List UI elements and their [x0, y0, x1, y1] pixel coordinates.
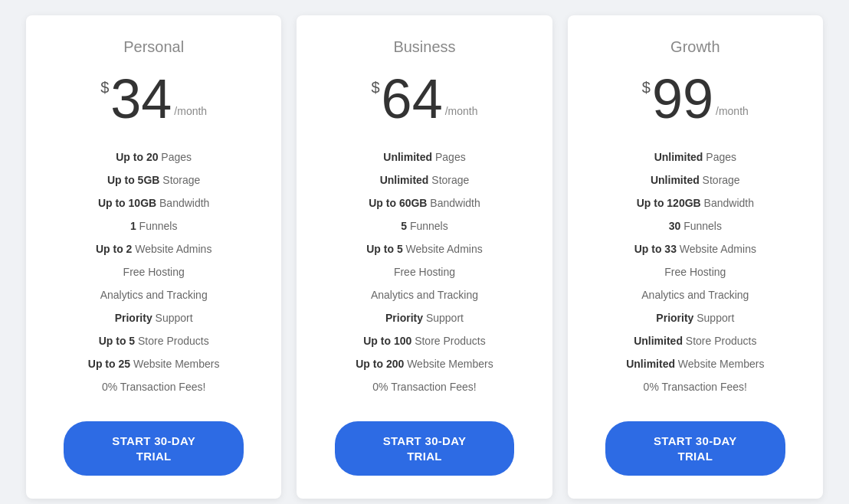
list-item: Up to 5GB Storage — [41, 169, 266, 191]
list-item: Analytics and Tracking — [312, 283, 536, 306]
plan-name-personal: Personal — [123, 38, 184, 56]
list-item: Up to 33 Website Admins — [583, 237, 808, 260]
price-row-growth: $99/month — [642, 71, 749, 126]
features-list-personal: Up to 20 PagesUp to 5GB StorageUp to 10G… — [41, 146, 266, 398]
feature-highlight: Up to 100 — [363, 335, 411, 347]
plan-card-personal: Personal$34/monthUp to 20 PagesUp to 5GB… — [26, 15, 281, 499]
list-item: Priority Support — [312, 306, 536, 329]
list-item: 0% Transaction Fees! — [312, 375, 536, 398]
feature-highlight: Priority — [385, 312, 423, 324]
list-item: 0% Transaction Fees! — [583, 375, 808, 398]
list-item: Up to 100 Store Products — [312, 329, 536, 352]
list-item: 1 Funnels — [41, 214, 266, 237]
feature-highlight: Up to 5GB — [107, 174, 159, 186]
feature-highlight: Up to 33 — [634, 243, 677, 255]
list-item: Unlimited Website Members — [583, 352, 808, 375]
list-item: Analytics and Tracking — [583, 283, 808, 306]
price-amount-personal: 34 — [110, 71, 172, 126]
list-item: Up to 200 Website Members — [312, 352, 536, 375]
list-item: Unlimited Pages — [312, 146, 536, 169]
list-item: Priority Support — [583, 306, 808, 329]
list-item: Up to 5 Store Products — [41, 329, 266, 352]
plan-name-growth: Growth — [670, 38, 720, 56]
pricing-container: Personal$34/monthUp to 20 PagesUp to 5GB… — [18, 15, 831, 499]
plan-card-business: Business$64/monthUnlimited PagesUnlimite… — [297, 15, 552, 499]
feature-highlight: Up to 25 — [88, 358, 130, 370]
list-item: 30 Funnels — [583, 214, 808, 237]
feature-highlight: Up to 200 — [356, 358, 404, 370]
feature-highlight: 1 — [130, 220, 136, 232]
features-list-growth: Unlimited PagesUnlimited StorageUp to 12… — [583, 146, 808, 398]
price-amount-growth: 99 — [652, 71, 713, 126]
feature-highlight: Unlimited — [651, 174, 700, 186]
list-item: Unlimited Storage — [583, 169, 808, 191]
feature-highlight: Unlimited — [654, 151, 703, 163]
list-item: Free Hosting — [41, 260, 266, 283]
feature-highlight: Up to 20 — [116, 151, 158, 163]
price-amount-business: 64 — [382, 71, 443, 126]
list-item: 5 Funnels — [312, 214, 536, 237]
cta-button-business[interactable]: START 30-DAY TRIAL — [335, 421, 515, 476]
list-item: Up to 120GB Bandwidth — [583, 191, 808, 214]
price-dollar-growth: $ — [642, 79, 651, 97]
feature-highlight: Priority — [656, 312, 693, 324]
feature-highlight: Priority — [115, 312, 152, 324]
feature-highlight: Up to 10GB — [98, 197, 156, 209]
plan-card-growth: Growth$99/monthUnlimited PagesUnlimited … — [568, 15, 823, 499]
cta-button-growth[interactable]: START 30-DAY TRIAL — [605, 421, 785, 476]
features-list-business: Unlimited PagesUnlimited StorageUp to 60… — [312, 146, 536, 398]
list-item: Unlimited Storage — [312, 169, 536, 191]
feature-highlight: Unlimited — [626, 358, 675, 370]
feature-highlight: Up to 5 — [366, 243, 402, 255]
price-period-personal: /month — [174, 105, 207, 117]
price-row-personal: $34/month — [100, 71, 207, 126]
feature-highlight: 30 — [669, 220, 681, 232]
feature-highlight: Up to 60GB — [369, 197, 427, 209]
list-item: Analytics and Tracking — [41, 283, 266, 306]
feature-highlight: Unlimited — [634, 335, 683, 347]
list-item: Up to 2 Website Admins — [41, 237, 266, 260]
list-item: Free Hosting — [312, 260, 536, 283]
list-item: Up to 20 Pages — [41, 146, 266, 169]
feature-highlight: Unlimited — [380, 174, 429, 186]
list-item: Up to 60GB Bandwidth — [312, 191, 536, 214]
feature-highlight: Up to 5 — [99, 335, 135, 347]
price-dollar-personal: $ — [100, 79, 109, 97]
list-item: 0% Transaction Fees! — [41, 375, 266, 398]
cta-button-personal[interactable]: START 30-DAY TRIAL — [64, 421, 244, 476]
list-item: Priority Support — [41, 306, 266, 329]
list-item: Up to 10GB Bandwidth — [41, 191, 266, 214]
price-row-business: $64/month — [371, 71, 477, 126]
price-period-growth: /month — [716, 105, 749, 117]
price-dollar-business: $ — [371, 79, 379, 97]
feature-highlight: 5 — [401, 220, 407, 232]
price-period-business: /month — [445, 105, 478, 117]
list-item: Up to 5 Website Admins — [312, 237, 536, 260]
plan-name-business: Business — [393, 38, 455, 56]
feature-highlight: Unlimited — [383, 151, 432, 163]
list-item: Up to 25 Website Members — [41, 352, 266, 375]
feature-highlight: Up to 2 — [96, 243, 132, 255]
feature-highlight: Up to 120GB — [637, 197, 701, 209]
list-item: Unlimited Store Products — [583, 329, 808, 352]
list-item: Unlimited Pages — [583, 146, 808, 169]
list-item: Free Hosting — [583, 260, 808, 283]
